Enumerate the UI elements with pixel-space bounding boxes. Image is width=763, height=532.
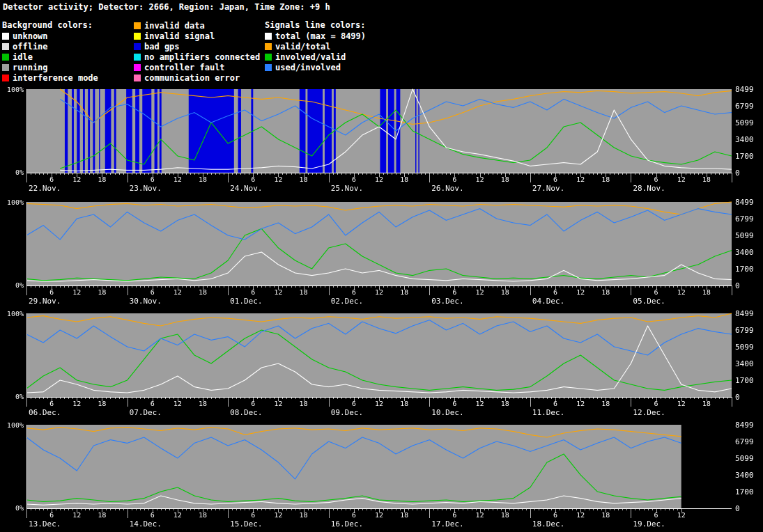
activity-chart-week-1: [0, 84, 763, 196]
legend-item-label: unknown: [13, 31, 48, 41]
legend-item-offline: offline: [2, 41, 98, 52]
legend-item-label: offline: [13, 42, 48, 52]
legend-item-label: idle: [13, 52, 33, 62]
legend-item-label: controller fault: [144, 63, 225, 72]
running-swatch: [2, 64, 9, 71]
activity-chart-week-4: [0, 419, 763, 532]
legend-item-label: interference mode: [13, 73, 98, 83]
legend-bg-header: Background colors:: [2, 20, 98, 31]
controller-fault-swatch: [134, 64, 141, 71]
legend-item-unknown: unknown: [2, 31, 98, 41]
invalid-data-swatch: [134, 22, 141, 29]
legend-item-invalid-signal: invalid signal: [134, 31, 260, 41]
no-amplifiers-swatch: [134, 54, 141, 61]
legend-item-label: valid/total: [275, 42, 330, 52]
legend-item-label: used/involved: [275, 63, 341, 72]
activity-chart-week-3: [0, 308, 763, 421]
legend-item-total: total (max = 8499): [265, 31, 366, 41]
legend-item-running: running: [2, 62, 98, 72]
legend-item-label: total (max = 8499): [275, 31, 366, 41]
legend-item-label: involved/valid: [275, 52, 346, 62]
legend-item-label: communication error: [144, 73, 240, 83]
legend-status-colors: invalid data invalid signal bad gps no a…: [134, 20, 260, 83]
legend-item-interference-mode: interference mode: [2, 72, 98, 83]
bad-gps-swatch: [134, 43, 141, 50]
idle-swatch: [2, 54, 9, 61]
interference-mode-swatch: [2, 75, 9, 81]
legend-item-invalid-data: invalid data: [134, 20, 260, 31]
legend-signals-header: Signals line colors:: [265, 20, 366, 31]
legend-item-label: invalid data: [144, 21, 205, 31]
legend-background-colors: Background colors: unknown offline idle …: [2, 20, 98, 83]
page-title: Detector activity; Detector: 2666, Regio…: [3, 2, 330, 12]
invalid-signal-swatch: [134, 33, 141, 40]
legend-item-no-amplifiers-connected: no amplifiers connected: [134, 52, 260, 62]
activity-chart-week-2: [0, 196, 763, 309]
communication-error-swatch: [134, 75, 141, 81]
total-line-swatch: [265, 33, 272, 40]
legend-item-communication-error: communication error: [134, 72, 260, 83]
legend-item-involved-valid: involved/valid: [265, 52, 366, 62]
legend-item-controller-fault: controller fault: [134, 62, 260, 72]
legend-item-bad-gps: bad gps: [134, 41, 260, 52]
legend-item-used-involved: used/involved: [265, 62, 366, 72]
involved-valid-line-swatch: [265, 54, 272, 61]
legend-signal-line-colors: Signals line colors: total (max = 8499) …: [265, 20, 366, 72]
legend-item-label: bad gps: [144, 42, 180, 52]
legend-item-valid-total: valid/total: [265, 41, 366, 52]
legend-item-idle: idle: [2, 52, 98, 62]
detector-activity-page: Detector activity; Detector: 2666, Regio…: [0, 0, 763, 532]
valid-total-line-swatch: [265, 43, 272, 50]
legend-item-label: running: [13, 63, 48, 72]
unknown-swatch: [2, 33, 9, 40]
offline-swatch: [2, 43, 9, 50]
used-involved-line-swatch: [265, 64, 272, 71]
legend-item-label: invalid signal: [144, 31, 215, 41]
legend-item-label: no amplifiers connected: [144, 52, 260, 62]
